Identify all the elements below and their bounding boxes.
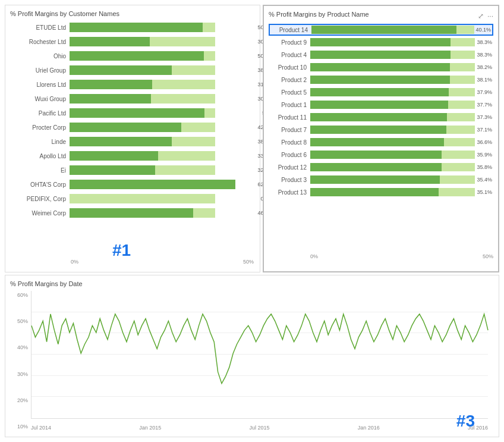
bar-fill [70,65,172,75]
bar-label: OHTA'S Corp [10,181,70,188]
chart2-bar-label: Product 1 [269,102,310,108]
chart2-bar-fill [311,26,456,34]
chart2-bar-container: 35.9% [310,151,493,159]
y-axis-label: 30% [10,371,28,377]
chart2-title: % Profit Margins by Product Name [269,11,369,18]
bar-fill [70,23,203,32]
chart2-bar-fill [310,88,449,96]
chart2-bar-row[interactable]: Product 8 36.6% [269,136,493,148]
bar-container: 33.4% [70,151,255,161]
bar-fill [70,80,152,89]
line-chart-svg [32,291,488,418]
bar-fill [70,208,193,218]
chart2-bar-row[interactable]: Product 2 38.1% [269,74,493,86]
chart2-bar-fill [310,101,448,109]
bar-label: Pacific Ltd [10,110,70,117]
chart1-bar-row[interactable]: Ei 32.4% [10,164,255,177]
chart3-panel: % Profit Margins by Date 10%20%30%40%50%… [5,275,499,437]
chart2-bar-row[interactable]: Product 6 35.9% [269,149,493,161]
bar-label: Procter Corp [10,124,70,131]
chart1-bar-row[interactable]: Llorens Ltd 31.2% [10,78,255,91]
chart2-bar-container: 35.8% [310,163,493,171]
chart2-bar-row[interactable]: Product 9 38.3% [269,36,493,48]
chart1-bar-row[interactable]: PEDIFIX, Corp 0.0% [10,192,255,205]
chart2-bar-row[interactable]: Product 12 35.8% [269,161,493,173]
chart2-bar-row[interactable]: Product 3 35.4% [269,174,493,186]
bar-fill [70,137,172,146]
chart2-bar-fill [310,51,451,59]
y-axis-label: 40% [10,344,28,350]
chart1-bar-row[interactable]: Linde 38.7% [10,135,255,148]
chart1-bar-row[interactable]: Ohio 50.8% [10,49,255,62]
chart1-bar-row[interactable]: Rochester Ltd 30.3% [10,35,255,48]
chart2-bar-row[interactable]: Product 14 40.1% [269,24,493,36]
chart2-bar-row[interactable]: Product 13 35.1% [269,186,493,198]
bar-fill [70,108,204,118]
chart2-bar-row[interactable]: Product 4 38.3% [269,49,493,61]
chart1-title: % Profit Margins by Customer Names [10,10,255,17]
bar-label: Wuxi Group [10,96,70,102]
chart2-bar-label: Product 11 [269,114,310,121]
chart2-bar-fill [310,163,442,171]
y-axis-label: 50% [10,318,28,324]
chart2-bar-value: 35.8% [477,164,492,170]
chart2-bar-row[interactable]: Product 10 38.2% [269,61,493,73]
chart1-bar-row[interactable]: OHTA'S Corp 62.7% [10,178,255,191]
chart2-panel: % Profit Margins by Product Name ⤢ ··· P… [263,5,499,272]
bar-container: 30.8% [70,94,255,104]
chart2-bar-value: 37.9% [477,89,492,95]
chart2-bar-value: 38.3% [477,39,492,45]
chart2-bar-value: 37.1% [477,127,492,133]
bar-label: PEDIFIX, Corp [10,196,70,202]
chart2-bar-value: 35.1% [477,189,492,195]
chart2-bar-fill [310,175,440,184]
bar-container: 30.3% [70,37,255,46]
y-axis-label: 10% [10,424,28,430]
chart2-bar-row[interactable]: Product 7 37.1% [269,124,493,136]
chart2-bar-row[interactable]: Product 11 37.3% [269,111,493,123]
chart1-x-label-50: 50% [243,259,254,265]
chart1-bar-row[interactable]: Weimei Corp 46.7% [10,206,255,220]
chart2-bar-fill [310,38,451,46]
chart2-bar-label: Product 6 [269,152,310,158]
chart1-bar-row[interactable]: Pacific Ltd 51% [10,106,255,120]
chart2-bar-row[interactable]: Product 5 37.9% [269,86,493,98]
bar-container: 50.2% [70,23,255,32]
x-axis-label: Jan 2015 [139,425,161,431]
chart2-bar-label: Product 9 [269,39,310,46]
chart1-panel: % Profit Margins by Customer Names ETUDE… [5,5,260,272]
chart2-bar-fill [310,113,447,121]
chart2-bar-label: Product 5 [269,89,310,96]
chart2-bar-value: 38.2% [477,64,492,70]
chart1-bar-row[interactable]: ETUDE Ltd 50.2% [10,21,255,34]
chart3-area: 10%20%30%40%50%60% Jul 2014Jan 2015Jul 2… [10,291,494,431]
chart2-bar-value: 35.4% [477,177,492,183]
chart1-bar-row[interactable]: Procter Corp 42.1% [10,121,255,134]
chart2-bar-value: 40.1% [475,27,491,33]
bar-label: Linde [10,139,70,145]
chart2-bar-fill [310,76,450,84]
chart2-bar-fill [310,138,444,146]
y-axis-label: 60% [10,292,28,298]
expand-icon[interactable]: ⤢ [478,12,484,20]
chart2-header: % Profit Margins by Product Name ⤢ ··· [269,11,493,21]
chart2-bar-fill [310,126,446,134]
chart1-bar-row[interactable]: Wuxi Group 30.8% [10,92,255,105]
bar-container: 0.0% [70,194,255,203]
bar-label: Llorens Ltd [10,81,70,88]
chart1-bar-row[interactable]: Uriel Group 38.6% [10,64,255,77]
bar-container: 51% [70,108,255,118]
bar-fill [70,37,150,46]
more-icon[interactable]: ··· [487,12,493,20]
chart2-bar-value: 37.3% [477,114,492,120]
bar-label: Rochester Ltd [10,39,70,45]
chart2-bar-label: Product 4 [269,52,310,58]
chart2-bar-value: 35.9% [477,152,492,158]
chart2-bar-row[interactable]: Product 1 37.7% [269,99,493,111]
bar-label: Weimei Corp [10,210,70,217]
bar-label: Uriel Group [10,67,70,74]
bar-container: 50.8% [70,51,255,61]
bar-container: 46.7% [70,208,255,218]
chart1-bar-row[interactable]: Apollo Ltd 33.4% [10,149,255,162]
chart2-bars: Product 14 40.1% Product 9 38.3% Product… [269,24,493,252]
